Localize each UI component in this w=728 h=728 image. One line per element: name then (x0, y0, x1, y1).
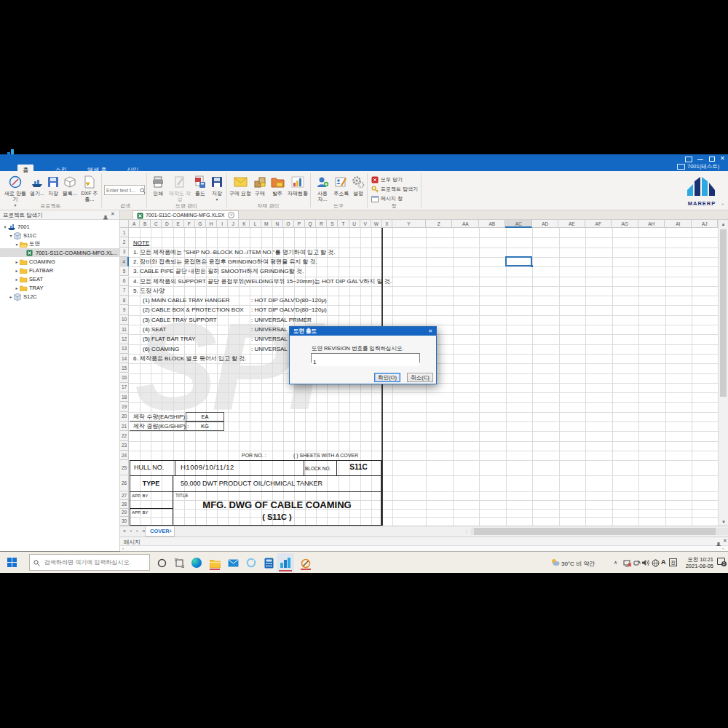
calculator-icon[interactable] (262, 556, 275, 569)
collapse-icon[interactable]: ▸ (14, 259, 20, 264)
material-status-button[interactable]: 자재현황 (287, 175, 309, 197)
dialog-title-bar[interactable]: 도면 출도 ✕ (290, 327, 436, 336)
ok-button[interactable]: 확인(O) (374, 373, 400, 382)
collapse-icon[interactable]: ▸ (14, 285, 20, 290)
tray-chevron-icon[interactable]: ∧ (614, 560, 617, 566)
mail-icon[interactable] (226, 556, 240, 569)
speaker-icon[interactable] (641, 558, 650, 567)
taskbar: 30°C 비 약간 ∧ A 전 오전 10:21 2021-08-05 2 (0, 552, 728, 573)
pdf-save-icon (193, 175, 207, 189)
paint-spec: : UNIVERSAL PRIMER (251, 315, 312, 325)
ime-latin-indicator[interactable]: A (661, 558, 666, 566)
ribbon-collapse-icon[interactable]: ˄ (721, 202, 724, 207)
hull-value: H1009/10/11/12 (181, 463, 234, 471)
tree-item-dwg-folder[interactable]: ▾ 도면 (14, 240, 119, 248)
users-button[interactable]: 사용자... (313, 175, 332, 202)
restore-button[interactable] (709, 157, 715, 162)
doc-tab-close-icon[interactable]: ✕ (228, 212, 234, 218)
start-button[interactable] (6, 557, 17, 568)
task-view-icon[interactable] (173, 557, 185, 569)
tree-item-file[interactable]: 7001-S11C-COAMING-MFG.XL... (0, 248, 120, 257)
weather-icon[interactable] (550, 558, 560, 566)
file-explorer-icon[interactable] (207, 556, 222, 571)
settings-button[interactable]: 설정 (351, 175, 365, 197)
sheet-nav-icons[interactable]: « ‹ › » (123, 529, 146, 534)
selected-cell[interactable] (505, 256, 532, 266)
print-button[interactable]: 인쇄 (149, 175, 167, 197)
doc-tab[interactable]: 7001-S11C-COAMING-MFG.XLSX ✕ (132, 210, 239, 219)
v-scroll-thumb[interactable] (720, 229, 727, 397)
v-scrollbar[interactable]: ▲ ▼ (718, 220, 728, 526)
purchase-button[interactable]: 구매 (252, 175, 268, 197)
note-line: 6. 제작품은 BLOCK 별로 묶어서 입고 할 것. (133, 354, 247, 363)
cortana-icon[interactable] (156, 557, 167, 569)
dialog-close-icon[interactable]: ✕ (428, 328, 432, 334)
h-scroll-track[interactable] (471, 528, 728, 535)
close-all-button[interactable]: 모두 닫기 (371, 175, 414, 184)
explorer-header: 프로젝트 탐색기 ✕ (0, 210, 120, 220)
tree-item-coaming[interactable]: ▸ COAMING (14, 257, 119, 266)
edge-icon[interactable] (190, 556, 203, 569)
tree-item-tray[interactable]: ▸ TRAY (14, 283, 119, 292)
tab-skin[interactable]: 스킨 (50, 165, 71, 176)
network-icon[interactable] (622, 558, 632, 567)
ribbon-search-input[interactable] (104, 185, 145, 195)
save-drawing-button[interactable]: 저장▾ (209, 175, 225, 202)
tree-item-s11c[interactable]: ▾ S11C (8, 231, 119, 240)
boxes-icon (253, 175, 267, 189)
pen-icon[interactable] (633, 558, 641, 567)
message-close-icon[interactable]: ✕ (723, 538, 727, 544)
paint-item: (1) MAIN CABLE TRAY HANGER (143, 296, 230, 305)
tree-item-seat[interactable]: ▸ SEAT (14, 274, 119, 283)
tree-item-flatbar[interactable]: ▸ FLATBAR (14, 266, 119, 274)
h-scroll-thumb[interactable] (474, 528, 716, 535)
taskbar-search[interactable] (29, 554, 150, 571)
clock[interactable]: 오전 10:21 2021-08-05 (681, 556, 713, 569)
minimize-button[interactable] (697, 159, 703, 160)
close-button[interactable]: ✕ (720, 155, 725, 162)
address-book-button[interactable]: 주소록 (333, 175, 350, 197)
collapse-icon[interactable]: ▸ (14, 268, 20, 273)
project-explorer-button[interactable]: 프로젝트 탐색기 (371, 185, 422, 194)
por-label: POR NO. : (242, 451, 266, 460)
marerp-taskbar-icon[interactable] (277, 553, 294, 572)
tree-item-7001[interactable]: ▾ 7001 (2, 222, 119, 231)
weather-text[interactable]: 30°C 비 약간 (561, 560, 595, 568)
ime-han-indicator[interactable]: 전 (669, 558, 677, 566)
project-explorer-panel: ▾ 7001 ▾ S11C ▾ 도면 7001-S11C-COAMING-MFG… (0, 220, 120, 551)
scroll-up-icon[interactable]: ▲ (719, 222, 728, 226)
release-button[interactable]: 출도 (192, 175, 208, 197)
globe-icon[interactable] (651, 558, 660, 567)
search-icon (33, 556, 40, 569)
tab-home[interactable]: 홈 (17, 165, 33, 176)
collapse-icon[interactable]: ▸ (8, 294, 14, 299)
add-sheet-button[interactable]: + (169, 528, 173, 534)
expand-icon[interactable]: ▾ (8, 233, 14, 238)
tab-excel-home[interactable]: 액셀 홈 (82, 165, 111, 176)
group-label-tools: 도구 (310, 202, 367, 209)
dxf-export-button[interactable]: DXF 추출... (79, 175, 100, 202)
purchase-request-button[interactable]: 구매 요청 (229, 175, 251, 197)
collapse-icon[interactable]: ▸ (14, 277, 20, 282)
save-button[interactable]: 저장 (45, 175, 61, 197)
design-tool-icon[interactable] (298, 556, 313, 571)
explorer-close-icon[interactable]: ✕ (111, 211, 115, 217)
expand-icon[interactable]: ▾ (2, 224, 8, 229)
ship-icon (30, 175, 44, 189)
cancel-button[interactable]: 취소(C) (407, 373, 433, 382)
open-button[interactable]: 열기... (29, 175, 45, 197)
block-button[interactable]: 블록... (61, 175, 79, 197)
order-button[interactable]: 발주 (269, 175, 286, 197)
scroll-down-icon[interactable]: ▼ (719, 520, 728, 524)
folder-icon (20, 276, 27, 282)
folder-icon (20, 285, 27, 291)
revision-input[interactable] (311, 353, 420, 363)
fullscreen-button[interactable] (685, 157, 692, 162)
expand-icon[interactable]: ▾ (14, 242, 20, 247)
tree-item-s12c[interactable]: ▸ S12C (8, 292, 119, 301)
scroll-left-icon[interactable]: ‹ (122, 546, 124, 550)
tab-insert[interactable]: 삽입 (122, 165, 144, 176)
app-ring-icon[interactable] (245, 556, 258, 569)
notification-icon[interactable]: 2 (717, 558, 725, 565)
scroll-right-icon[interactable]: › (722, 546, 724, 550)
